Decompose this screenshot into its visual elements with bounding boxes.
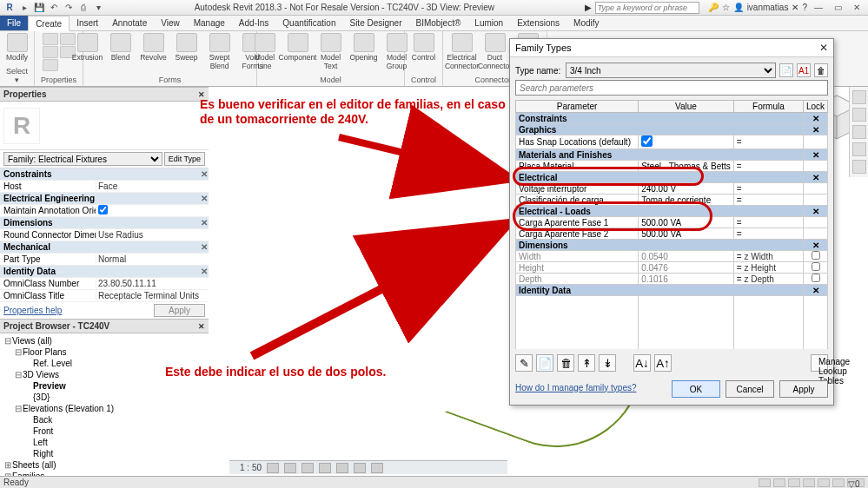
opening-button[interactable]: Opening [348, 33, 380, 62]
visual-style-icon[interactable] [284, 463, 296, 473]
tree-node[interactable]: Left [3, 437, 205, 448]
param-row[interactable]: Graphics✕ [516, 124, 828, 135]
tab-addins[interactable]: Add-Ins [232, 16, 275, 30]
dialog-close-icon[interactable]: ✕ [819, 42, 828, 54]
exchange-icon[interactable]: ✕ [792, 3, 798, 12]
search-go-icon[interactable]: ▶ [585, 3, 592, 12]
tab-modify[interactable]: Modify [567, 16, 606, 30]
orbit-icon[interactable] [852, 160, 866, 174]
delete-type-icon[interactable]: 🗑 [814, 63, 828, 77]
type-name-select[interactable]: 3/4 Inch [566, 63, 776, 78]
print-icon[interactable]: ⎙ [77, 2, 89, 14]
param-row[interactable]: Height0.0476= z Height [516, 262, 828, 274]
new-param-icon[interactable]: ✎ [515, 354, 533, 372]
component-button[interactable]: Component [282, 33, 314, 62]
tree-node[interactable]: ⊟Elevations (Elevation 1) [3, 403, 205, 414]
col-formula[interactable]: Formula [733, 101, 803, 113]
redo-icon[interactable]: ↷ [63, 2, 75, 14]
prop-btn3[interactable] [43, 59, 58, 71]
add-param-icon[interactable]: 📄 [536, 354, 553, 372]
col-lock[interactable]: Lock [804, 101, 828, 113]
param-row[interactable]: Constraints✕ [516, 113, 828, 124]
detail-level-icon[interactable] [267, 463, 279, 473]
manage-lookup-button[interactable]: Manage Lookup Tables [811, 354, 828, 372]
browser-close-icon[interactable]: ✕ [198, 322, 205, 331]
edit-type-button[interactable]: Edit Type [164, 152, 205, 166]
tab-sitedesigner[interactable]: Site Designer [342, 16, 408, 30]
pan-icon[interactable] [852, 125, 866, 139]
property-row[interactable]: HostFace [0, 181, 209, 193]
property-row[interactable]: Constraints✕ [0, 168, 209, 181]
tree-node[interactable]: ⊟Floor Plans [3, 346, 205, 358]
property-row[interactable]: Mechanical✕ [0, 241, 209, 254]
modeltext-button[interactable]: Model Text [315, 33, 347, 70]
properties-header[interactable]: Properties✕ [0, 87, 209, 102]
param-row[interactable]: Clasificación de cargaToma de corriente= [516, 195, 828, 206]
moveup-icon[interactable]: ↟ [578, 354, 595, 372]
blend-button[interactable]: Blend [105, 33, 136, 62]
tab-manage[interactable]: Manage [187, 16, 232, 30]
cancel-button[interactable]: Cancel [726, 380, 774, 398]
apply-button[interactable]: Apply [779, 380, 828, 398]
duct-conn-button[interactable]: Duct Connector [480, 33, 511, 70]
property-row[interactable]: OmniClass TitleReceptacle Terminal Units [0, 290, 209, 302]
param-row[interactable]: Dimensions✕ [516, 240, 828, 251]
modify-button[interactable]: Modify [2, 33, 33, 62]
crop-icon[interactable] [336, 463, 348, 473]
properties-help-link[interactable]: Properties help [0, 302, 65, 319]
tab-bimobject[interactable]: BIMobject® [409, 16, 468, 30]
sunpath-icon[interactable] [301, 463, 314, 473]
help-search-input[interactable] [595, 2, 699, 14]
tab-insert[interactable]: Insert [70, 16, 105, 30]
sweep-button[interactable]: Sweep [171, 33, 202, 62]
reveal-icon[interactable] [371, 463, 383, 473]
shadow-icon[interactable] [319, 463, 331, 473]
tab-create[interactable]: Create [28, 16, 70, 31]
property-row[interactable]: Identity Data✕ [0, 266, 209, 278]
tree-node[interactable]: ⊟Views (all) [3, 335, 205, 346]
help-icon[interactable]: ? [802, 3, 807, 12]
home-icon[interactable] [852, 90, 866, 104]
elec-conn-button[interactable]: Electrical Connector [447, 33, 478, 70]
property-row[interactable]: Round Connector DimensionUse Radius [0, 229, 209, 241]
param-row[interactable]: Placa MaterialSteel - Thomas & Betts= [516, 161, 828, 172]
tab-view[interactable]: View [154, 16, 187, 30]
minimize-icon[interactable]: — [811, 2, 826, 14]
project-browser-header[interactable]: Project Browser - TC240V✕ [0, 319, 209, 333]
rename-type-icon[interactable]: A1 [797, 63, 811, 77]
control-button[interactable]: Control [408, 33, 440, 62]
help-family-types-link[interactable]: How do I manage family types? [515, 383, 637, 392]
family-category-select[interactable]: Family: Electrical Fixtures [3, 152, 162, 166]
revolve-button[interactable]: Revolve [138, 33, 169, 62]
save-icon[interactable]: 💾 [33, 2, 45, 14]
tab-extensions[interactable]: Extensions [510, 16, 567, 30]
view-scale[interactable]: 1 : 50 [240, 463, 262, 472]
status-filter-icon[interactable]: ▽0 [847, 478, 865, 487]
param-row[interactable]: Has Snap Locations (default)= [516, 135, 828, 149]
param-row[interactable]: Depth0.1016= z Depth [516, 274, 828, 285]
property-row[interactable]: OmniClass Number23.80.50.11.11 [0, 278, 209, 290]
tree-node[interactable]: Back [3, 414, 205, 425]
dialog-titlebar[interactable]: Family Types ✕ [510, 39, 833, 57]
param-row[interactable]: Materials and Finishes✕ [516, 149, 828, 161]
del-param-icon[interactable]: 🗑 [557, 354, 574, 372]
qat-dropdown-icon[interactable]: ▾ [92, 2, 104, 14]
param-row[interactable]: Identity Data✕ [516, 285, 828, 296]
signin-icon[interactable]: 👤 [733, 3, 744, 12]
param-row[interactable]: Width0.0540= z Width [516, 251, 828, 262]
property-row[interactable]: Maintain Annotation Orient... [0, 205, 209, 217]
param-row[interactable]: Carga Aparente Fase 2500.00 VA= [516, 228, 828, 240]
property-row[interactable]: Part TypeNormal [0, 254, 209, 266]
param-row[interactable]: Electrical - Loads✕ [516, 206, 828, 217]
view-control-bar[interactable]: 1 : 50 [229, 460, 507, 474]
prop-btn2[interactable] [43, 46, 58, 58]
tab-lumion[interactable]: Lumion [467, 16, 510, 30]
prop-btn1[interactable] [43, 33, 58, 45]
parameter-grid[interactable]: Parameter Value Formula Lock Constraints… [515, 100, 828, 349]
parameter-search-input[interactable] [515, 80, 828, 96]
open-icon[interactable]: ▸ [18, 2, 30, 14]
tree-node[interactable]: {3D} [3, 392, 205, 403]
param-row[interactable]: Carga Aparente Fase 1500.00 VA= [516, 217, 828, 228]
subscription-icon[interactable]: 🔑 [708, 3, 719, 12]
modelline-button[interactable]: Model Line [249, 33, 281, 70]
